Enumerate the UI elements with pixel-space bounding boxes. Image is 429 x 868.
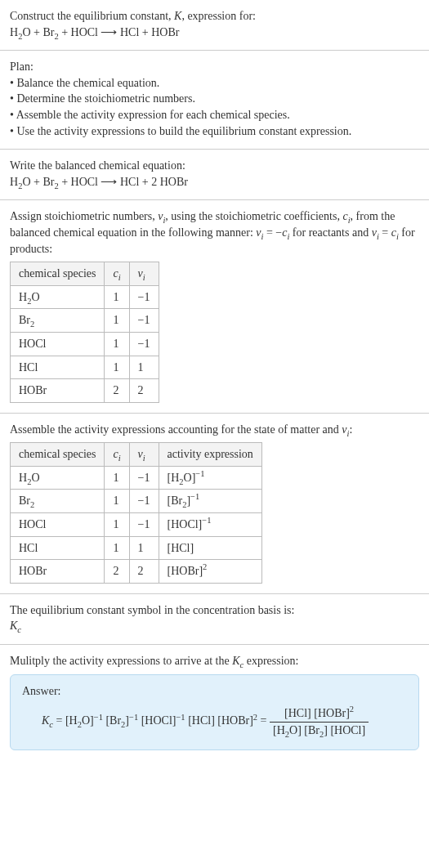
text: Assemble the activity expressions accoun… bbox=[10, 423, 342, 436]
superscript: −1 bbox=[129, 713, 138, 722]
superscript: −1 bbox=[176, 713, 185, 722]
subscript: 2 bbox=[30, 320, 34, 329]
col-species: chemical species bbox=[11, 443, 105, 467]
arrow: ⟶ bbox=[98, 176, 120, 188]
species: HOBr bbox=[19, 384, 47, 396]
species-cell: H2O bbox=[11, 285, 105, 309]
plan-heading: Plan: bbox=[10, 59, 419, 75]
nui-cell: 2 bbox=[129, 379, 159, 403]
kc-symbol: Kc bbox=[10, 618, 419, 634]
act: O] bbox=[184, 472, 196, 484]
term: [Br bbox=[103, 715, 121, 727]
subscript-i: i bbox=[143, 454, 145, 463]
table-row: H2O 1 −1 [H2O]−1 bbox=[11, 466, 262, 490]
activity-cell: [HOBr]2 bbox=[159, 560, 261, 584]
k-symbol: K bbox=[42, 715, 49, 727]
activity-table: chemical species ci νi activity expressi… bbox=[10, 442, 262, 584]
balanced-equation: H2O + Br2 + HOCl ⟶ HCl + 2 HOBr bbox=[10, 174, 419, 190]
subscript-i: i bbox=[118, 273, 121, 282]
answer-box: Answer: Kc = [H2O]−1 [Br2]−1 [HOCl]−1 [H… bbox=[10, 674, 419, 751]
nui-cell: 1 bbox=[129, 356, 159, 379]
stoich-heading: Assign stoichiometric numbers, νi, using… bbox=[10, 208, 419, 257]
species-cell: Br2 bbox=[11, 490, 105, 513]
species-cell: HCl bbox=[11, 356, 105, 379]
species: Br bbox=[19, 314, 30, 326]
superscript: 2 bbox=[350, 705, 354, 714]
species-cell: HOBr bbox=[11, 560, 105, 584]
nui-cell: −1 bbox=[129, 466, 159, 490]
nui-cell: 1 bbox=[129, 536, 159, 560]
species: HOBr bbox=[19, 565, 47, 577]
table-row: Br2 1 −1 [Br2]−1 bbox=[11, 490, 262, 513]
species-cell: H2O bbox=[11, 466, 105, 490]
activity-heading: Assemble the activity expressions accoun… bbox=[10, 422, 419, 438]
equals: = bbox=[257, 715, 270, 727]
species: H bbox=[19, 472, 27, 484]
section-balanced: Write the balanced chemical equation: H2… bbox=[0, 149, 429, 199]
text: Assign stoichiometric numbers, bbox=[10, 210, 158, 222]
table-row: HOCl 1 −1 bbox=[11, 332, 159, 356]
section-stoich: Assign stoichiometric numbers, νi, using… bbox=[0, 199, 429, 412]
term: ] [HOCl] bbox=[324, 724, 365, 736]
text: Construct the equilibrium constant, bbox=[10, 10, 174, 22]
nui-cell: −1 bbox=[129, 513, 159, 537]
table-row: HCl 1 1 bbox=[11, 356, 159, 379]
superscript: 2 bbox=[203, 563, 207, 572]
species-cell: HOCl bbox=[11, 332, 105, 356]
term: [HOCl] bbox=[138, 715, 176, 727]
nui-cell: −1 bbox=[129, 309, 159, 333]
col-nui: νi bbox=[129, 443, 159, 467]
nui-cell: −1 bbox=[129, 332, 159, 356]
stoich-table: chemical species ci νi H2O 1 −1 Br2 1 −1… bbox=[10, 262, 159, 403]
ci-cell: 2 bbox=[105, 560, 129, 584]
term: [HCl] [HOBr] bbox=[284, 707, 350, 719]
denominator: [H2O] [Br2] [HOCl] bbox=[270, 723, 369, 739]
nui-cell: 2 bbox=[129, 560, 159, 584]
plan-bullet: • Assemble the activity expression for e… bbox=[10, 107, 419, 123]
species: HOCl bbox=[19, 338, 46, 350]
k-symbol: K bbox=[10, 620, 17, 632]
term: O] bbox=[82, 715, 94, 727]
term: O] [Br bbox=[289, 724, 320, 736]
plan-bullet: • Balance the chemical equation. bbox=[10, 75, 419, 92]
section-multiply: Mulitply the activity expressions to arr… bbox=[0, 644, 429, 760]
activity-cell: [HCl] bbox=[159, 536, 261, 560]
species: Br bbox=[19, 494, 30, 507]
act: [HOCl] bbox=[168, 518, 203, 530]
table-row: H2O 1 −1 bbox=[11, 285, 159, 309]
species: O bbox=[31, 472, 39, 484]
col-ci: ci bbox=[105, 262, 129, 286]
k-symbol: K bbox=[174, 10, 181, 22]
col-nui: νi bbox=[129, 262, 159, 286]
text: , expression for: bbox=[181, 10, 256, 22]
eq-part: H bbox=[10, 26, 18, 38]
species: HCl bbox=[19, 542, 38, 554]
nui-cell: −1 bbox=[129, 490, 159, 513]
superscript: −1 bbox=[202, 516, 211, 525]
text: Mulitply the activity expressions to arr… bbox=[10, 655, 232, 667]
species: O bbox=[31, 291, 39, 303]
species: H bbox=[19, 291, 27, 303]
subscript: 2 bbox=[30, 500, 34, 509]
answer-label: Answer: bbox=[22, 683, 407, 700]
col-species: chemical species bbox=[11, 262, 105, 286]
basis-line1: The equilibrium constant symbol in the c… bbox=[10, 602, 419, 619]
ci-cell: 1 bbox=[105, 309, 129, 333]
species-cell: HOCl bbox=[11, 513, 105, 537]
table-row: Br2 1 −1 bbox=[11, 309, 159, 333]
ci-cell: 2 bbox=[105, 379, 129, 403]
ci-cell: 1 bbox=[105, 285, 129, 309]
activity-cell: [HOCl]−1 bbox=[159, 513, 261, 537]
table-row: HOCl 1 −1 [HOCl]−1 bbox=[11, 513, 262, 537]
act: [Br bbox=[168, 494, 183, 507]
act: [HCl] bbox=[168, 542, 194, 554]
fraction: [HCl] [HOBr]2 [H2O] [Br2] [HOCl] bbox=[270, 705, 369, 738]
subscript-i: i bbox=[118, 454, 121, 463]
text: for reactants and bbox=[289, 226, 371, 239]
text: = bbox=[379, 226, 391, 239]
species-cell: HOBr bbox=[11, 379, 105, 403]
ci-cell: 1 bbox=[105, 466, 129, 490]
term: [H bbox=[273, 724, 285, 736]
text: expression: bbox=[244, 655, 298, 667]
section-construct: Construct the equilibrium constant, K, e… bbox=[0, 0, 429, 50]
